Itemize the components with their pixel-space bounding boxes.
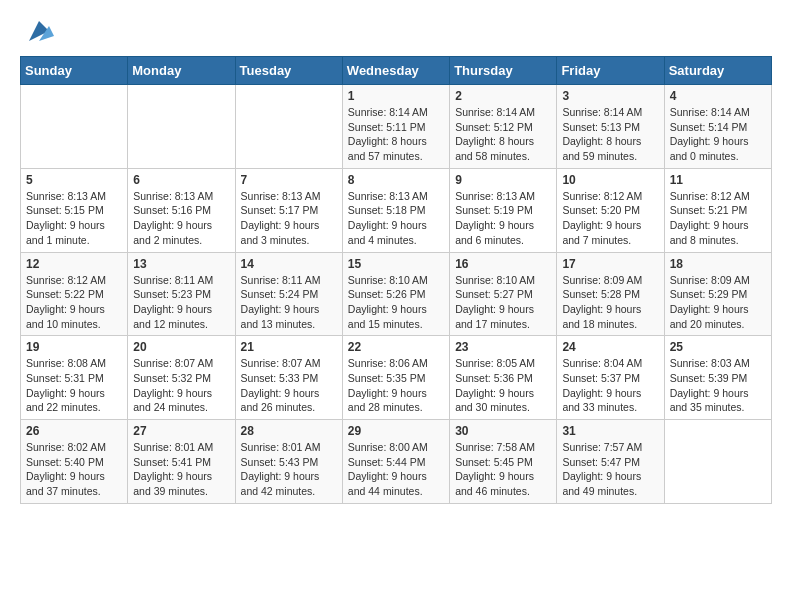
day-info: Daylight: 9 hours and 17 minutes. [455,302,551,331]
day-info: Sunset: 5:43 PM [241,455,337,470]
day-number: 31 [562,424,658,438]
day-info: Daylight: 9 hours and 0 minutes. [670,134,766,163]
day-header-tuesday: Tuesday [235,57,342,85]
calendar-empty [21,85,128,169]
day-info: Sunrise: 8:03 AM [670,356,766,371]
calendar-day-11: 11Sunrise: 8:12 AMSunset: 5:21 PMDayligh… [664,168,771,252]
day-number: 14 [241,257,337,271]
day-info: Daylight: 9 hours and 49 minutes. [562,469,658,498]
day-number: 20 [133,340,229,354]
day-info: Daylight: 9 hours and 26 minutes. [241,386,337,415]
calendar-day-25: 25Sunrise: 8:03 AMSunset: 5:39 PMDayligh… [664,336,771,420]
calendar-day-31: 31Sunrise: 7:57 AMSunset: 5:47 PMDayligh… [557,420,664,504]
day-info: Daylight: 9 hours and 4 minutes. [348,218,444,247]
day-info: Daylight: 9 hours and 37 minutes. [26,469,122,498]
calendar-day-5: 5Sunrise: 8:13 AMSunset: 5:15 PMDaylight… [21,168,128,252]
day-info: Daylight: 8 hours and 57 minutes. [348,134,444,163]
day-info: Daylight: 9 hours and 44 minutes. [348,469,444,498]
calendar-day-17: 17Sunrise: 8:09 AMSunset: 5:28 PMDayligh… [557,252,664,336]
calendar-day-14: 14Sunrise: 8:11 AMSunset: 5:24 PMDayligh… [235,252,342,336]
day-info: Sunset: 5:24 PM [241,287,337,302]
day-header-friday: Friday [557,57,664,85]
day-info: Sunrise: 8:02 AM [26,440,122,455]
day-number: 25 [670,340,766,354]
calendar-day-30: 30Sunrise: 7:58 AMSunset: 5:45 PMDayligh… [450,420,557,504]
day-info: Daylight: 9 hours and 28 minutes. [348,386,444,415]
day-info: Sunrise: 7:57 AM [562,440,658,455]
day-info: Daylight: 9 hours and 8 minutes. [670,218,766,247]
day-info: Sunrise: 8:10 AM [348,273,444,288]
day-info: Daylight: 9 hours and 30 minutes. [455,386,551,415]
day-info: Sunset: 5:44 PM [348,455,444,470]
day-number: 16 [455,257,551,271]
calendar-day-10: 10Sunrise: 8:12 AMSunset: 5:20 PMDayligh… [557,168,664,252]
calendar-day-2: 2Sunrise: 8:14 AMSunset: 5:12 PMDaylight… [450,85,557,169]
day-number: 3 [562,89,658,103]
calendar-day-7: 7Sunrise: 8:13 AMSunset: 5:17 PMDaylight… [235,168,342,252]
day-info: Sunrise: 8:07 AM [133,356,229,371]
day-info: Sunrise: 8:13 AM [26,189,122,204]
calendar-day-20: 20Sunrise: 8:07 AMSunset: 5:32 PMDayligh… [128,336,235,420]
day-info: Sunrise: 8:05 AM [455,356,551,371]
day-info: Sunset: 5:26 PM [348,287,444,302]
day-number: 15 [348,257,444,271]
calendar-week-row: 26Sunrise: 8:02 AMSunset: 5:40 PMDayligh… [21,420,772,504]
day-number: 8 [348,173,444,187]
day-header-monday: Monday [128,57,235,85]
day-info: Daylight: 9 hours and 10 minutes. [26,302,122,331]
day-number: 24 [562,340,658,354]
day-info: Sunset: 5:20 PM [562,203,658,218]
calendar-day-19: 19Sunrise: 8:08 AMSunset: 5:31 PMDayligh… [21,336,128,420]
day-info: Daylight: 9 hours and 20 minutes. [670,302,766,331]
day-info: Sunset: 5:13 PM [562,120,658,135]
logo [20,16,54,46]
calendar-table: SundayMondayTuesdayWednesdayThursdayFrid… [20,56,772,504]
day-number: 21 [241,340,337,354]
day-info: Sunset: 5:35 PM [348,371,444,386]
day-number: 18 [670,257,766,271]
day-number: 4 [670,89,766,103]
day-info: Sunrise: 8:01 AM [133,440,229,455]
day-info: Sunrise: 8:14 AM [562,105,658,120]
day-info: Sunrise: 8:08 AM [26,356,122,371]
day-info: Sunrise: 8:13 AM [133,189,229,204]
day-number: 19 [26,340,122,354]
day-info: Sunrise: 8:06 AM [348,356,444,371]
day-info: Daylight: 9 hours and 46 minutes. [455,469,551,498]
day-info: Sunset: 5:21 PM [670,203,766,218]
day-info: Daylight: 9 hours and 24 minutes. [133,386,229,415]
day-info: Sunset: 5:12 PM [455,120,551,135]
day-number: 22 [348,340,444,354]
calendar-week-row: 1Sunrise: 8:14 AMSunset: 5:11 PMDaylight… [21,85,772,169]
day-info: Sunset: 5:45 PM [455,455,551,470]
calendar-day-6: 6Sunrise: 8:13 AMSunset: 5:16 PMDaylight… [128,168,235,252]
day-info: Sunset: 5:36 PM [455,371,551,386]
logo-icon [24,16,54,46]
day-info: Sunset: 5:31 PM [26,371,122,386]
day-info: Sunrise: 8:01 AM [241,440,337,455]
day-info: Daylight: 9 hours and 1 minute. [26,218,122,247]
day-info: Sunrise: 8:11 AM [133,273,229,288]
day-info: Sunrise: 8:09 AM [562,273,658,288]
day-info: Daylight: 9 hours and 7 minutes. [562,218,658,247]
day-number: 13 [133,257,229,271]
day-info: Sunset: 5:17 PM [241,203,337,218]
day-number: 28 [241,424,337,438]
calendar-day-22: 22Sunrise: 8:06 AMSunset: 5:35 PMDayligh… [342,336,449,420]
calendar-day-4: 4Sunrise: 8:14 AMSunset: 5:14 PMDaylight… [664,85,771,169]
day-header-sunday: Sunday [21,57,128,85]
day-info: Sunset: 5:16 PM [133,203,229,218]
day-info: Sunset: 5:14 PM [670,120,766,135]
day-info: Daylight: 9 hours and 39 minutes. [133,469,229,498]
day-info: Sunset: 5:32 PM [133,371,229,386]
day-header-thursday: Thursday [450,57,557,85]
day-number: 26 [26,424,122,438]
day-number: 2 [455,89,551,103]
calendar-empty [128,85,235,169]
calendar-day-29: 29Sunrise: 8:00 AMSunset: 5:44 PMDayligh… [342,420,449,504]
calendar-day-23: 23Sunrise: 8:05 AMSunset: 5:36 PMDayligh… [450,336,557,420]
day-info: Sunrise: 7:58 AM [455,440,551,455]
day-info: Sunrise: 8:12 AM [562,189,658,204]
day-info: Sunrise: 8:12 AM [670,189,766,204]
day-info: Sunset: 5:11 PM [348,120,444,135]
